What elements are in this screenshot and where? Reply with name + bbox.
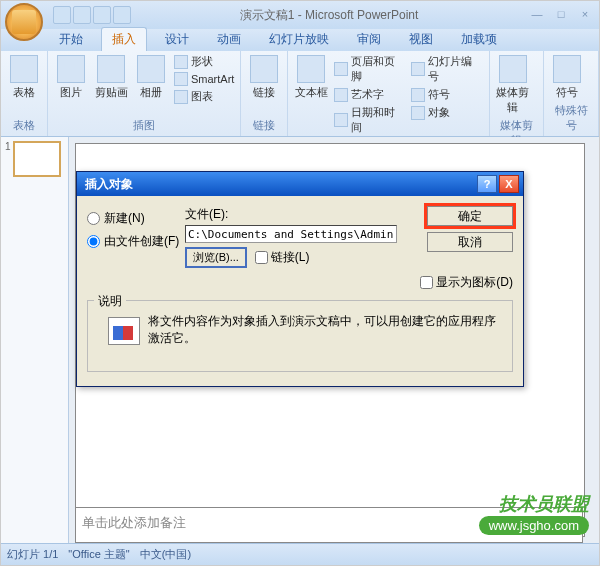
group-text: 文本框 页眉和页脚 艺术字 日期和时间 幻灯片编号 符号 对象 文本 <box>288 51 489 136</box>
description-icon <box>108 317 140 345</box>
qat-redo-icon[interactable] <box>93 6 111 24</box>
tab-review[interactable]: 审阅 <box>347 28 391 51</box>
slide-number: 1 <box>5 141 11 177</box>
table-button[interactable]: 表格 <box>5 53 43 102</box>
radio-fromfile[interactable]: 由文件创建(F) <box>87 233 179 250</box>
wordart-button[interactable]: 艺术字 <box>332 86 407 103</box>
office-logo-icon <box>12 10 36 34</box>
dialog-close-button[interactable]: X <box>499 175 519 193</box>
watermark-text: 技术员联盟 <box>479 492 589 516</box>
insert-object-dialog: 插入对象 ? X 新建(N) 由文件创建(F) 文件(E): 浏览(B)... … <box>76 171 524 387</box>
tab-insert[interactable]: 插入 <box>101 27 147 51</box>
radio-new-input[interactable] <box>87 212 100 225</box>
file-path-input[interactable] <box>185 225 397 243</box>
maximize-button[interactable]: □ <box>551 7 571 23</box>
cancel-button[interactable]: 取消 <box>427 232 513 252</box>
dialog-title-text: 插入对象 <box>81 176 475 193</box>
radio-fromfile-input[interactable] <box>87 235 100 248</box>
tab-animation[interactable]: 动画 <box>207 28 251 51</box>
smartart-button[interactable]: SmartArt <box>172 71 236 87</box>
file-label: 文件(E): <box>185 206 403 223</box>
show-as-icon-checkbox[interactable]: 显示为图标(D) <box>420 274 513 291</box>
dialog-help-button[interactable]: ? <box>477 175 497 193</box>
media-button[interactable]: 媒体剪辑 <box>494 53 532 117</box>
group-links: 链接 链接 <box>241 51 288 136</box>
status-lang: 中文(中国) <box>140 547 191 562</box>
window-title: 演示文稿1 - Microsoft PowerPoint <box>131 7 527 24</box>
group-illustrations: 图片 剪贴画 相册 形状 SmartArt 图表 插图 <box>48 51 241 136</box>
symbol-button[interactable]: 符号 <box>409 86 484 103</box>
textbox-icon <box>297 55 325 83</box>
description-box: 说明 将文件内容作为对象插入到演示文稿中，可以用创建它的应用程序激活它。 <box>87 300 513 372</box>
tab-view[interactable]: 视图 <box>399 28 443 51</box>
browse-button[interactable]: 浏览(B)... <box>185 247 247 268</box>
group-symbols: 符号 特殊符号 <box>544 51 599 136</box>
slidenumber-button[interactable]: 幻灯片编号 <box>409 53 484 85</box>
shapes-icon <box>174 55 188 69</box>
datetime-button[interactable]: 日期和时间 <box>332 104 407 136</box>
picture-icon <box>57 55 85 83</box>
slidenumber-icon <box>411 62 425 76</box>
link-checkbox-input[interactable] <box>255 251 268 264</box>
radio-new[interactable]: 新建(N) <box>87 210 179 227</box>
qat-save-icon[interactable] <box>53 6 71 24</box>
statusbar: 幻灯片 1/1 "Office 主题" 中文(中国) <box>1 543 599 565</box>
group-media: 媒体剪辑 媒体剪辑 <box>490 51 545 136</box>
office-button[interactable] <box>5 3 43 41</box>
tab-addins[interactable]: 加载项 <box>451 28 507 51</box>
slide-thumbnails-panel: 1 <box>1 137 69 543</box>
ok-button[interactable]: 确定 <box>427 206 513 226</box>
description-text: 将文件内容作为对象插入到演示文稿中，可以用创建它的应用程序激活它。 <box>148 313 504 347</box>
link-icon <box>250 55 278 83</box>
link-button[interactable]: 链接 <box>245 53 283 102</box>
tab-slideshow[interactable]: 幻灯片放映 <box>259 28 339 51</box>
object-icon <box>411 106 425 120</box>
ribbon: 表格 表格 图片 剪贴画 相册 形状 SmartArt 图表 插图 链接 链接 … <box>1 51 599 137</box>
chart-icon <box>174 90 188 104</box>
datetime-icon <box>334 113 348 127</box>
wordart-icon <box>334 88 348 102</box>
clipart-button[interactable]: 剪贴画 <box>92 53 130 102</box>
group-tables: 表格 表格 <box>1 51 48 136</box>
media-icon <box>499 55 527 83</box>
symbol-icon <box>411 88 425 102</box>
qat-open-icon[interactable] <box>113 6 131 24</box>
close-button[interactable]: × <box>575 7 595 23</box>
headerfooter-button[interactable]: 页眉和页脚 <box>332 53 407 85</box>
chart-button[interactable]: 图表 <box>172 88 236 105</box>
qat-undo-icon[interactable] <box>73 6 91 24</box>
show-as-icon-input[interactable] <box>420 276 433 289</box>
minimize-button[interactable]: — <box>527 7 547 23</box>
titlebar: 演示文稿1 - Microsoft PowerPoint — □ × <box>1 1 599 29</box>
table-icon <box>10 55 38 83</box>
object-button[interactable]: 对象 <box>409 104 484 121</box>
watermark: 技术员联盟 www.jsgho.com <box>479 492 589 535</box>
description-title: 说明 <box>94 293 126 310</box>
link-checkbox[interactable]: 链接(L) <box>255 249 310 266</box>
status-slide: 幻灯片 1/1 <box>7 547 58 562</box>
slide-thumbnail[interactable] <box>13 141 61 177</box>
tab-design[interactable]: 设计 <box>155 28 199 51</box>
clipart-icon <box>97 55 125 83</box>
textbox-button[interactable]: 文本框 <box>292 53 330 102</box>
specialsymbol-button[interactable]: 符号 <box>548 53 586 102</box>
dialog-titlebar[interactable]: 插入对象 ? X <box>77 172 523 196</box>
tab-home[interactable]: 开始 <box>49 28 93 51</box>
shapes-button[interactable]: 形状 <box>172 53 236 70</box>
picture-button[interactable]: 图片 <box>52 53 90 102</box>
headerfooter-icon <box>334 62 348 76</box>
specialsymbol-icon <box>553 55 581 83</box>
quick-access-toolbar <box>53 6 131 24</box>
ribbon-tabs: 开始 插入 设计 动画 幻灯片放映 审阅 视图 加载项 <box>1 29 599 51</box>
watermark-url: www.jsgho.com <box>479 516 589 535</box>
album-button[interactable]: 相册 <box>132 53 170 102</box>
album-icon <box>137 55 165 83</box>
smartart-icon <box>174 72 188 86</box>
status-theme: "Office 主题" <box>68 547 129 562</box>
